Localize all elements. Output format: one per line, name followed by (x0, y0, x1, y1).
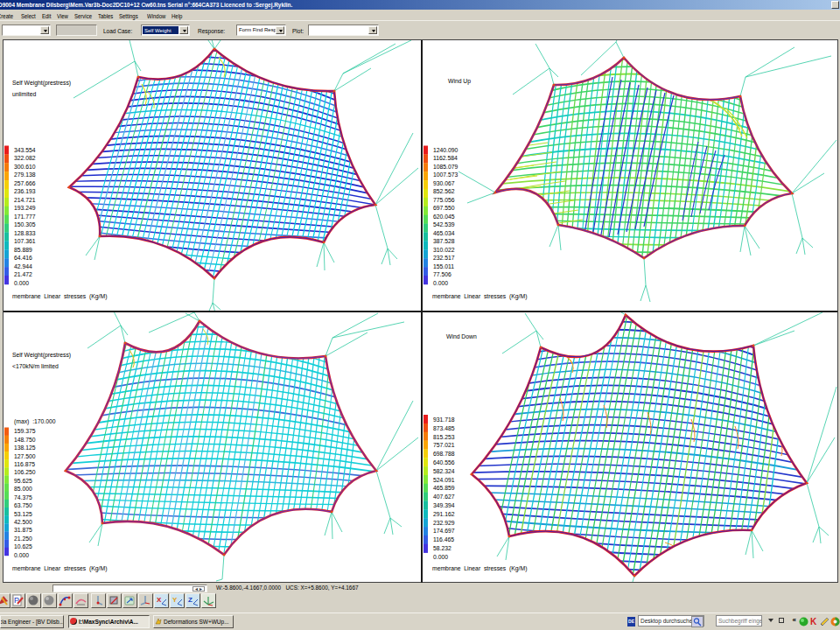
svg-text:127.500: 127.500 (14, 453, 36, 459)
svg-text:1007.573: 1007.573 (433, 172, 458, 178)
svg-text:931.718: 931.718 (433, 416, 455, 423)
svg-text:Self Weight(prestress): Self Weight(prestress) (12, 80, 71, 87)
svg-text:148.750: 148.750 (14, 437, 36, 443)
svg-text:620.045: 620.045 (433, 214, 455, 220)
svg-text:640.556: 640.556 (433, 459, 455, 466)
svg-text:10.625: 10.625 (14, 543, 32, 550)
svg-text:116.465: 116.465 (433, 536, 454, 542)
svg-text:21.250: 21.250 (14, 536, 32, 542)
svg-text:930.067: 930.067 (433, 180, 455, 186)
svg-text:106.250: 106.250 (14, 469, 36, 475)
svg-text:1085.079: 1085.079 (433, 164, 458, 170)
svg-text:150.305: 150.305 (14, 221, 36, 228)
svg-text:407.627: 407.627 (433, 494, 455, 500)
svg-text:524.091: 524.091 (433, 477, 455, 483)
svg-text:74.375: 74.375 (14, 494, 32, 500)
svg-text:77.506: 77.506 (433, 271, 452, 277)
svg-text:Wind Up: Wind Up (448, 78, 471, 85)
svg-text:Z: Z (188, 596, 192, 604)
svg-text:852.562: 852.562 (433, 188, 455, 194)
svg-text:138.125: 138.125 (14, 444, 36, 451)
svg-text:X: X (157, 596, 162, 604)
svg-text:K: K (810, 617, 817, 626)
svg-text:465.034: 465.034 (433, 230, 455, 236)
svg-text:1162.584: 1162.584 (433, 155, 458, 161)
svg-text:698.788: 698.788 (433, 451, 455, 457)
svg-text:116.875: 116.875 (14, 461, 35, 467)
svg-text:174.697: 174.697 (433, 528, 455, 534)
svg-text:63.750: 63.750 (14, 502, 32, 508)
svg-text:873.485: 873.485 (433, 425, 455, 431)
svg-text:775.056: 775.056 (433, 197, 455, 203)
svg-text:155.011: 155.011 (433, 263, 454, 270)
svg-text:697.550: 697.550 (433, 205, 455, 211)
svg-text:257.666: 257.666 (14, 180, 36, 186)
svg-text:107.361: 107.361 (14, 238, 36, 244)
svg-text:membrane Linear stresses (K: membrane Linear stresses (Kg/M) (432, 565, 527, 572)
svg-text:279.138: 279.138 (14, 172, 36, 178)
svg-text:<170kN/m limited: <170kN/m limited (12, 363, 59, 369)
svg-text:387.528: 387.528 (433, 238, 455, 244)
svg-text:64.416: 64.416 (14, 255, 32, 261)
svg-text:unlimited: unlimited (12, 91, 36, 97)
svg-text:349.394: 349.394 (433, 502, 455, 508)
svg-text:232.517: 232.517 (433, 255, 455, 261)
svg-text:300.610: 300.610 (14, 164, 36, 170)
svg-text:128.833: 128.833 (14, 230, 36, 236)
svg-text:542.539: 542.539 (433, 221, 455, 228)
svg-text:0.000: 0.000 (433, 280, 448, 286)
svg-text:21.472: 21.472 (14, 271, 32, 277)
svg-text:0.000: 0.000 (433, 554, 448, 560)
svg-text:159.375: 159.375 (14, 428, 36, 434)
svg-text:42.944: 42.944 (14, 263, 32, 270)
svg-text:343.554: 343.554 (14, 147, 36, 153)
svg-text:815.253: 815.253 (433, 434, 455, 440)
svg-text:171.777: 171.777 (14, 214, 36, 220)
svg-text:membrane Linear stresses (K: membrane Linear stresses (Kg/M) (12, 293, 107, 300)
svg-text:Self Weight(prestress): Self Weight(prestress) (12, 352, 71, 359)
svg-text:Y: Y (172, 596, 178, 604)
svg-text:Wind Down: Wind Down (446, 333, 477, 340)
svg-text:193.249: 193.249 (14, 205, 36, 211)
svg-text:membrane Linear stresses (K: membrane Linear stresses (Kg/M) (432, 293, 527, 300)
svg-text:53.125: 53.125 (14, 511, 32, 517)
svg-text:31.875: 31.875 (14, 527, 32, 533)
svg-text:85.000: 85.000 (14, 486, 32, 492)
svg-text:465.859: 465.859 (433, 485, 455, 491)
svg-text:214.721: 214.721 (14, 197, 36, 203)
svg-text:membrane Linear stresses (K: membrane Linear stresses (Kg/M) (12, 565, 107, 572)
svg-text:0.000: 0.000 (14, 280, 29, 286)
svg-text:757.021: 757.021 (433, 442, 455, 448)
svg-text:310.022: 310.022 (433, 247, 455, 253)
svg-text:582.324: 582.324 (433, 468, 455, 474)
svg-text:0.000: 0.000 (14, 552, 29, 558)
svg-text:322.082: 322.082 (14, 155, 36, 161)
svg-text:291.162: 291.162 (433, 511, 455, 517)
svg-text:236.193: 236.193 (14, 188, 36, 194)
svg-text:232.929: 232.929 (433, 520, 455, 526)
svg-text:1240.090: 1240.090 (433, 147, 458, 153)
svg-text:85.889: 85.889 (14, 247, 32, 253)
svg-text:(max) :170.000: (max) :170.000 (14, 418, 56, 425)
svg-text:95.625: 95.625 (14, 478, 32, 484)
svg-text:58.232: 58.232 (433, 545, 452, 551)
svg-text:42.500: 42.500 (14, 519, 32, 525)
